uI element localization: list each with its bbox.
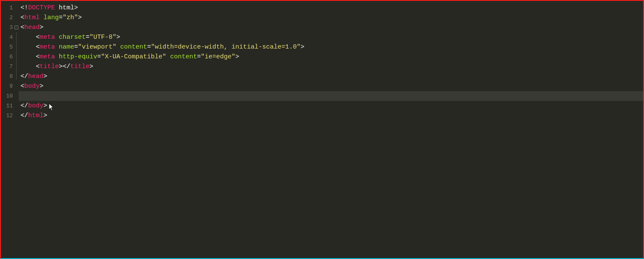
code-token: < (20, 53, 40, 60)
code-token: > (116, 34, 120, 41)
code-token: = (147, 43, 151, 51)
code-line[interactable]: <!DOCTYPE html> (19, 3, 643, 13)
editor-frame: 123456789101112 - <!DOCTYPE html><html l… (0, 0, 644, 259)
code-token: html> (55, 4, 78, 12)
code-token: "ie=edge" (201, 53, 235, 60)
code-token: charset (59, 34, 86, 41)
code-token: "UTF-8" (90, 34, 116, 41)
code-token: > (78, 14, 82, 21)
code-token: = (197, 53, 201, 60)
code-token (20, 92, 36, 100)
code-token: > (40, 24, 43, 31)
code-line[interactable]: </head> (19, 72, 643, 81)
code-token: ></ (59, 63, 70, 70)
code-token: DOCTYPE (28, 4, 55, 12)
code-token: content (120, 43, 147, 51)
code-token (116, 43, 120, 51)
code-token: lang (43, 14, 59, 21)
code-token: </ (20, 73, 28, 80)
code-token: > (235, 53, 239, 60)
code-token: = (74, 43, 78, 51)
code-token: meta (40, 43, 55, 51)
code-line[interactable]: <head> (19, 23, 643, 32)
code-token: meta (40, 53, 55, 60)
code-line[interactable]: <meta charset="UTF-8"> (19, 32, 643, 42)
code-token (55, 34, 59, 41)
code-token: < (20, 14, 24, 21)
code-line[interactable]: <meta name="viewport" content="width=dev… (19, 42, 643, 52)
code-token: meta (40, 34, 55, 41)
code-token: = (59, 14, 63, 21)
code-token: title (40, 63, 59, 70)
code-token: > (90, 63, 93, 70)
fold-column: - (14, 1, 19, 258)
code-line[interactable]: <title></title> (19, 62, 643, 72)
code-token: title (70, 63, 90, 70)
code-token (166, 53, 170, 60)
code-token: name (59, 43, 74, 51)
fold-guide-line (16, 32, 17, 80)
code-token: </ (20, 102, 28, 109)
code-token: body (24, 83, 40, 90)
code-token: html (24, 14, 40, 21)
code-token: http-equiv (59, 53, 97, 60)
code-token: > (43, 102, 47, 109)
code-token: "viewport" (78, 43, 116, 51)
code-token: head (28, 73, 43, 80)
code-line[interactable]: </body> (19, 101, 643, 111)
code-token: = (97, 53, 101, 60)
code-token: "X-UA-Compatible" (101, 53, 166, 60)
code-line[interactable]: <body> (19, 81, 643, 91)
code-token: < (20, 43, 40, 51)
code-token: = (86, 34, 90, 41)
code-token: < (20, 34, 40, 41)
code-line[interactable] (19, 91, 643, 101)
code-editor[interactable]: <!DOCTYPE html><html lang="zh"><head> <m… (19, 1, 643, 258)
code-token: < (20, 83, 24, 90)
code-token: content (170, 53, 197, 60)
code-token: < (20, 24, 24, 31)
code-token: <! (20, 4, 28, 12)
code-token: > (43, 73, 47, 80)
fold-toggle-icon[interactable]: - (14, 26, 18, 29)
code-token: html (28, 112, 43, 119)
code-line[interactable]: <meta http-equiv="X-UA-Compatible" conte… (19, 52, 643, 62)
code-token (55, 43, 59, 51)
code-token: > (300, 43, 304, 51)
code-token (55, 53, 59, 60)
code-token: body (28, 102, 43, 109)
code-token: > (43, 112, 47, 119)
code-token: > (40, 83, 43, 90)
code-token (40, 14, 43, 21)
code-token: head (24, 24, 40, 31)
code-line[interactable]: </html> (19, 111, 643, 121)
code-token: "width=device-width, initial-scale=1.0" (151, 43, 300, 51)
code-token: </ (20, 112, 28, 119)
code-token: "zh" (63, 14, 78, 21)
code-token: < (20, 63, 40, 70)
code-line[interactable]: <html lang="zh"> (19, 13, 643, 23)
